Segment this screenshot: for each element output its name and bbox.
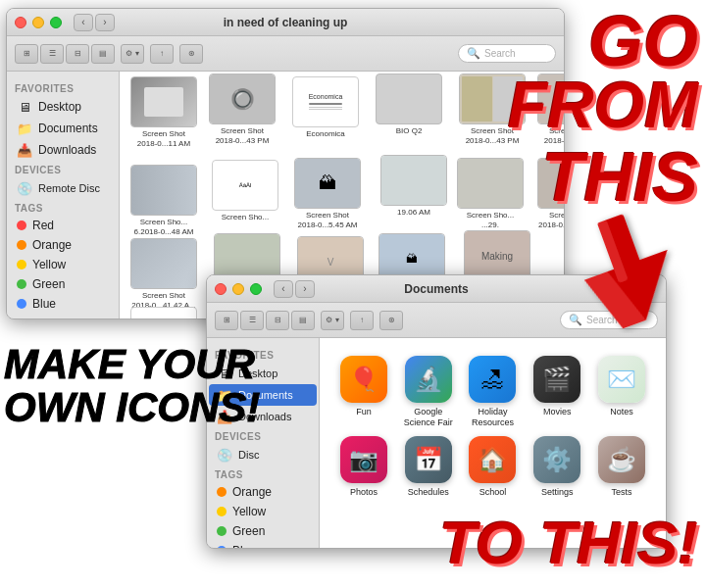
sidebar-label-remote-disc: Remote Disc (38, 182, 100, 194)
to-this-text: TO THIS! (439, 515, 698, 570)
tag-label-green-b: Green (232, 524, 265, 538)
tag-label-yellow-b: Yellow (232, 505, 266, 518)
tag-dot-orange (17, 240, 26, 250)
sidebar-item-red[interactable]: Red (9, 216, 117, 235)
close-button-bottom[interactable] (215, 283, 227, 295)
minimize-button[interactable] (32, 17, 44, 28)
sidebar-label-remote-disc-b: Disc (238, 449, 259, 461)
list-item[interactable]: 🏔 Screen Shot2018-0...5.45 AM (288, 158, 367, 229)
list-item[interactable]: 🏖 Holiday Resources (465, 356, 522, 428)
list-item[interactable]: ⚙️ Settings (529, 436, 585, 498)
sidebar-item-remote-disc-b[interactable]: 💿 Disc (209, 444, 317, 466)
tags-btn[interactable]: ⊛ (179, 44, 203, 64)
file-thumbnail: 🏔 (294, 158, 361, 209)
toolbar-top: ⊞ ☰ ⊟ ▤ ⚙ ▾ ↑ ⊛ 🔍 Search (7, 36, 564, 72)
sidebar-item-yellow-b[interactable]: Yellow (209, 502, 317, 521)
minimize-button-bottom[interactable] (232, 283, 244, 295)
list-item[interactable]: ☕ Tests (593, 436, 650, 498)
list-view-btn[interactable]: ☰ (40, 44, 64, 64)
tag-label-purple: Purple (32, 317, 67, 319)
sidebar-label-desktop: Desktop (38, 100, 81, 114)
forward-button[interactable]: › (95, 14, 115, 31)
list-item[interactable]: ✉️ Notes (593, 356, 650, 428)
list-item[interactable]: 🏠 School (465, 436, 522, 498)
file-name: Screen Sho... (222, 213, 269, 222)
share-btn-b[interactable]: ↑ (350, 311, 374, 330)
sidebar-item-purple[interactable]: Purple (9, 314, 117, 319)
file-thumbnail (130, 165, 197, 216)
back-button-bottom[interactable]: ‹ (274, 280, 293, 298)
action-menu-btn[interactable]: ⚙ ▾ (121, 44, 144, 64)
forward-button-bottom[interactable]: › (295, 280, 315, 298)
sidebar-item-blue-b[interactable]: Blue (209, 541, 317, 549)
cover-view-btn[interactable]: ▤ (91, 44, 115, 64)
nav-arrows-bottom: ‹ › (274, 280, 315, 298)
favorites-section: Favorites (7, 79, 119, 96)
file-name: Screen Shot2018-0...11 AM (137, 129, 190, 148)
file-name: Screen Shot2018-0...43 PM (216, 126, 270, 145)
this-top-text: THIS (542, 147, 698, 209)
list-item[interactable]: BIO Q2 (370, 74, 448, 136)
list-item[interactable]: ÄàÄl Screen Sho... (206, 160, 284, 222)
list-item[interactable]: Screen Shot2018-0...41.42 A... (125, 238, 203, 310)
zoom-button-bottom[interactable] (250, 283, 262, 295)
sidebar-item-orange[interactable]: Orange (9, 235, 117, 255)
tag-dot-green-b (217, 526, 227, 536)
sidebar-item-desktop[interactable]: 🖥 Desktop (9, 96, 117, 118)
icon-view-btn-b[interactable]: ⊞ (215, 311, 238, 330)
close-button[interactable] (15, 17, 26, 28)
list-item[interactable]: Screen Sho......29. (451, 158, 530, 229)
cover-view-btn-b[interactable]: ▤ (291, 311, 315, 330)
list-item[interactable]: Economica Economica (286, 76, 365, 139)
tags-btn-b[interactable]: ⊛ (379, 311, 403, 330)
sidebar-top: Favorites 🖥 Desktop 📁 Documents 📥 Downlo… (7, 72, 120, 318)
back-button[interactable]: ‹ (74, 14, 93, 31)
sidebar-item-orange-b[interactable]: Orange (209, 482, 317, 502)
search-icon-top: 🔍 (467, 47, 480, 60)
list-item[interactable]: 🔘 Screen Shot2018-0...43 PM (203, 74, 281, 145)
action-menu-btn-b[interactable]: ⚙ ▾ (321, 311, 344, 330)
sidebar-item-green-b[interactable]: Green (209, 521, 317, 541)
window-title-bottom: Documents (404, 282, 468, 296)
list-item[interactable]: 🎬 Movies (529, 356, 585, 428)
search-placeholder-top: Search (484, 48, 516, 59)
devices-section: Devices (7, 161, 119, 177)
tag-dot-yellow-b (217, 507, 227, 516)
list-item[interactable]: 📅 Schedules (400, 436, 457, 498)
desktop-icon: 🖥 (17, 99, 32, 115)
list-view-btn-b[interactable]: ☰ (240, 311, 264, 330)
tests-label: Tests (612, 487, 632, 498)
tag-label-blue-b: Blue (232, 544, 256, 549)
sidebar-item-documents[interactable]: 📁 Documents (9, 118, 117, 139)
nav-arrows: ‹ › (74, 14, 115, 31)
sidebar-item-green[interactable]: Green (9, 274, 117, 294)
list-item[interactable]: 19.06 AM (375, 155, 453, 218)
schedules-label: Schedules (408, 487, 449, 498)
list-item[interactable]: 🔬 Google Science Fair (400, 356, 457, 428)
sidebar-item-blue[interactable]: Blue (9, 294, 117, 314)
list-item[interactable]: Screen Shot2018-0...11 AM (125, 76, 203, 148)
file-thumbnail: Economica (292, 76, 359, 127)
holiday-label: Holiday Resources (465, 407, 522, 428)
list-item[interactable]: 🎈 Fun (335, 356, 392, 428)
list-item[interactable]: Screen Sho...6.2018-0...48 AM (125, 165, 203, 236)
column-view-btn[interactable]: ⊟ (66, 44, 89, 64)
make-your-own-icons-text: MAKE YOUR OWN ICONS! (4, 343, 260, 429)
zoom-button[interactable] (50, 17, 62, 28)
file-name: Economica (306, 129, 345, 139)
sidebar-item-yellow[interactable]: Yellow (9, 255, 117, 274)
column-view-btn-b[interactable]: ⊟ (266, 311, 289, 330)
list-item[interactable]: text.docx text.docx (125, 307, 203, 318)
tag-label-orange: Orange (32, 238, 72, 252)
share-btn[interactable]: ↑ (150, 44, 174, 64)
settings-label: Settings (541, 487, 574, 498)
remote-disc-icon-b: 💿 (217, 447, 232, 463)
sidebar-item-downloads[interactable]: 📥 Downloads (9, 139, 117, 161)
icon-view-btn[interactable]: ⊞ (15, 44, 38, 64)
tag-label-orange-b: Orange (232, 485, 272, 499)
file-thumbnail (380, 155, 447, 206)
sidebar-item-remote-disc[interactable]: 💿 Remote Disc (9, 177, 117, 199)
list-item[interactable]: 📷 Photos (335, 436, 392, 498)
search-bar-top[interactable]: 🔍 Search (458, 44, 556, 63)
file-name: Screen Shot2018-0...5.45 AM (298, 211, 358, 229)
